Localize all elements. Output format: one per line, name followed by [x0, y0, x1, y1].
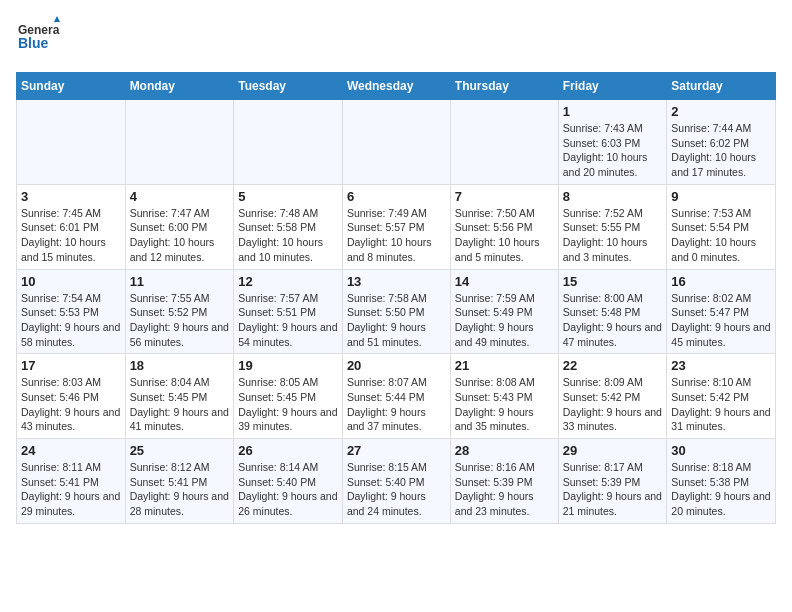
day-info: Sunrise: 7:58 AM Sunset: 5:50 PM Dayligh…: [347, 291, 446, 350]
day-cell: 22Sunrise: 8:09 AM Sunset: 5:42 PM Dayli…: [558, 354, 667, 439]
day-cell: 20Sunrise: 8:07 AM Sunset: 5:44 PM Dayli…: [342, 354, 450, 439]
day-info: Sunrise: 8:07 AM Sunset: 5:44 PM Dayligh…: [347, 375, 446, 434]
day-number: 14: [455, 274, 554, 289]
svg-text:Blue: Blue: [18, 35, 49, 51]
day-cell: [234, 100, 343, 185]
day-cell: 23Sunrise: 8:10 AM Sunset: 5:42 PM Dayli…: [667, 354, 776, 439]
day-number: 5: [238, 189, 338, 204]
day-cell: 13Sunrise: 7:58 AM Sunset: 5:50 PM Dayli…: [342, 269, 450, 354]
day-number: 2: [671, 104, 771, 119]
day-cell: 9Sunrise: 7:53 AM Sunset: 5:54 PM Daylig…: [667, 184, 776, 269]
day-cell: 26Sunrise: 8:14 AM Sunset: 5:40 PM Dayli…: [234, 439, 343, 524]
day-cell: 16Sunrise: 8:02 AM Sunset: 5:47 PM Dayli…: [667, 269, 776, 354]
day-cell: 8Sunrise: 7:52 AM Sunset: 5:55 PM Daylig…: [558, 184, 667, 269]
day-number: 6: [347, 189, 446, 204]
day-number: 24: [21, 443, 121, 458]
week-row-5: 24Sunrise: 8:11 AM Sunset: 5:41 PM Dayli…: [17, 439, 776, 524]
day-info: Sunrise: 8:16 AM Sunset: 5:39 PM Dayligh…: [455, 460, 554, 519]
day-info: Sunrise: 8:14 AM Sunset: 5:40 PM Dayligh…: [238, 460, 338, 519]
day-cell: 21Sunrise: 8:08 AM Sunset: 5:43 PM Dayli…: [450, 354, 558, 439]
day-number: 25: [130, 443, 230, 458]
col-header-monday: Monday: [125, 73, 234, 100]
col-header-sunday: Sunday: [17, 73, 126, 100]
col-header-wednesday: Wednesday: [342, 73, 450, 100]
day-cell: 3Sunrise: 7:45 AM Sunset: 6:01 PM Daylig…: [17, 184, 126, 269]
day-info: Sunrise: 7:50 AM Sunset: 5:56 PM Dayligh…: [455, 206, 554, 265]
day-cell: [450, 100, 558, 185]
day-cell: 10Sunrise: 7:54 AM Sunset: 5:53 PM Dayli…: [17, 269, 126, 354]
day-cell: 12Sunrise: 7:57 AM Sunset: 5:51 PM Dayli…: [234, 269, 343, 354]
col-header-tuesday: Tuesday: [234, 73, 343, 100]
day-info: Sunrise: 7:52 AM Sunset: 5:55 PM Dayligh…: [563, 206, 663, 265]
day-number: 26: [238, 443, 338, 458]
day-info: Sunrise: 7:47 AM Sunset: 6:00 PM Dayligh…: [130, 206, 230, 265]
day-number: 19: [238, 358, 338, 373]
day-number: 11: [130, 274, 230, 289]
day-number: 4: [130, 189, 230, 204]
day-cell: 7Sunrise: 7:50 AM Sunset: 5:56 PM Daylig…: [450, 184, 558, 269]
day-cell: 24Sunrise: 8:11 AM Sunset: 5:41 PM Dayli…: [17, 439, 126, 524]
day-cell: 17Sunrise: 8:03 AM Sunset: 5:46 PM Dayli…: [17, 354, 126, 439]
day-number: 21: [455, 358, 554, 373]
day-cell: 4Sunrise: 7:47 AM Sunset: 6:00 PM Daylig…: [125, 184, 234, 269]
day-info: Sunrise: 7:49 AM Sunset: 5:57 PM Dayligh…: [347, 206, 446, 265]
day-cell: 5Sunrise: 7:48 AM Sunset: 5:58 PM Daylig…: [234, 184, 343, 269]
col-header-friday: Friday: [558, 73, 667, 100]
logo: General Blue: [16, 16, 60, 60]
day-info: Sunrise: 8:18 AM Sunset: 5:38 PM Dayligh…: [671, 460, 771, 519]
day-cell: 29Sunrise: 8:17 AM Sunset: 5:39 PM Dayli…: [558, 439, 667, 524]
day-info: Sunrise: 7:44 AM Sunset: 6:02 PM Dayligh…: [671, 121, 771, 180]
day-info: Sunrise: 8:12 AM Sunset: 5:41 PM Dayligh…: [130, 460, 230, 519]
day-cell: 18Sunrise: 8:04 AM Sunset: 5:45 PM Dayli…: [125, 354, 234, 439]
day-info: Sunrise: 7:45 AM Sunset: 6:01 PM Dayligh…: [21, 206, 121, 265]
day-number: 20: [347, 358, 446, 373]
day-cell: 19Sunrise: 8:05 AM Sunset: 5:45 PM Dayli…: [234, 354, 343, 439]
week-row-4: 17Sunrise: 8:03 AM Sunset: 5:46 PM Dayli…: [17, 354, 776, 439]
day-info: Sunrise: 7:57 AM Sunset: 5:51 PM Dayligh…: [238, 291, 338, 350]
page-header: General Blue: [16, 16, 776, 60]
svg-marker-2: [54, 16, 60, 22]
day-info: Sunrise: 7:55 AM Sunset: 5:52 PM Dayligh…: [130, 291, 230, 350]
week-row-3: 10Sunrise: 7:54 AM Sunset: 5:53 PM Dayli…: [17, 269, 776, 354]
day-cell: 1Sunrise: 7:43 AM Sunset: 6:03 PM Daylig…: [558, 100, 667, 185]
day-number: 23: [671, 358, 771, 373]
day-number: 30: [671, 443, 771, 458]
day-info: Sunrise: 7:53 AM Sunset: 5:54 PM Dayligh…: [671, 206, 771, 265]
day-info: Sunrise: 8:09 AM Sunset: 5:42 PM Dayligh…: [563, 375, 663, 434]
day-info: Sunrise: 8:03 AM Sunset: 5:46 PM Dayligh…: [21, 375, 121, 434]
day-cell: [342, 100, 450, 185]
day-info: Sunrise: 8:10 AM Sunset: 5:42 PM Dayligh…: [671, 375, 771, 434]
day-number: 29: [563, 443, 663, 458]
day-number: 13: [347, 274, 446, 289]
day-cell: 2Sunrise: 7:44 AM Sunset: 6:02 PM Daylig…: [667, 100, 776, 185]
day-number: 15: [563, 274, 663, 289]
day-cell: [125, 100, 234, 185]
calendar-table: SundayMondayTuesdayWednesdayThursdayFrid…: [16, 72, 776, 524]
day-cell: 11Sunrise: 7:55 AM Sunset: 5:52 PM Dayli…: [125, 269, 234, 354]
day-info: Sunrise: 7:43 AM Sunset: 6:03 PM Dayligh…: [563, 121, 663, 180]
day-number: 9: [671, 189, 771, 204]
col-header-thursday: Thursday: [450, 73, 558, 100]
day-cell: 6Sunrise: 7:49 AM Sunset: 5:57 PM Daylig…: [342, 184, 450, 269]
day-info: Sunrise: 8:15 AM Sunset: 5:40 PM Dayligh…: [347, 460, 446, 519]
day-number: 3: [21, 189, 121, 204]
day-info: Sunrise: 8:02 AM Sunset: 5:47 PM Dayligh…: [671, 291, 771, 350]
day-cell: 14Sunrise: 7:59 AM Sunset: 5:49 PM Dayli…: [450, 269, 558, 354]
day-number: 8: [563, 189, 663, 204]
col-header-saturday: Saturday: [667, 73, 776, 100]
day-cell: [17, 100, 126, 185]
day-number: 12: [238, 274, 338, 289]
day-info: Sunrise: 8:17 AM Sunset: 5:39 PM Dayligh…: [563, 460, 663, 519]
day-info: Sunrise: 7:48 AM Sunset: 5:58 PM Dayligh…: [238, 206, 338, 265]
day-info: Sunrise: 8:04 AM Sunset: 5:45 PM Dayligh…: [130, 375, 230, 434]
day-number: 27: [347, 443, 446, 458]
day-info: Sunrise: 7:59 AM Sunset: 5:49 PM Dayligh…: [455, 291, 554, 350]
day-info: Sunrise: 8:08 AM Sunset: 5:43 PM Dayligh…: [455, 375, 554, 434]
day-info: Sunrise: 8:05 AM Sunset: 5:45 PM Dayligh…: [238, 375, 338, 434]
week-row-1: 1Sunrise: 7:43 AM Sunset: 6:03 PM Daylig…: [17, 100, 776, 185]
week-row-2: 3Sunrise: 7:45 AM Sunset: 6:01 PM Daylig…: [17, 184, 776, 269]
day-number: 7: [455, 189, 554, 204]
day-number: 18: [130, 358, 230, 373]
logo-svg: General Blue: [16, 16, 60, 60]
day-number: 1: [563, 104, 663, 119]
